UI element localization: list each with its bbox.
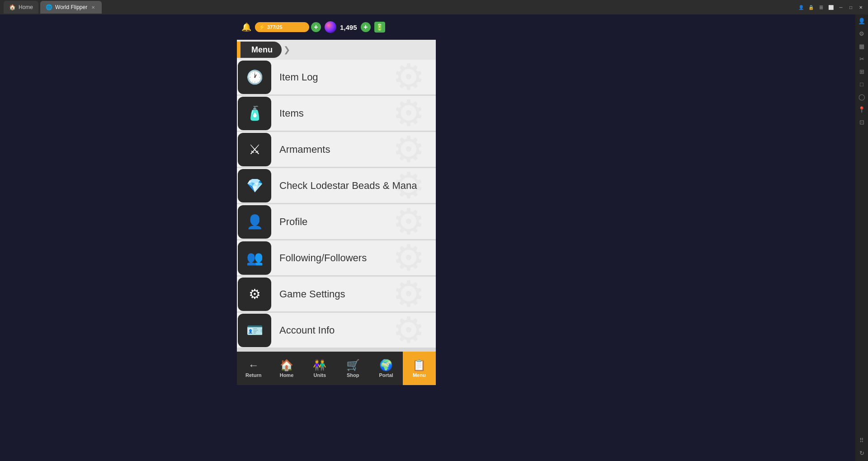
bg-left (0, 14, 237, 461)
expand-icon[interactable]: ⬜ (827, 4, 835, 11)
account-icon[interactable]: 🔒 (807, 4, 815, 11)
tab-home[interactable]: 🏠 Home (4, 1, 38, 14)
world-flipper-tab-label: World Flipper (55, 4, 87, 10)
menu-nav-label: Menu (413, 372, 426, 378)
bg-right (436, 14, 855, 461)
lodestar-icon-wrap: 💎 (238, 169, 271, 202)
menu-item-profile[interactable]: ⚙ 👤 Profile (237, 204, 436, 239)
sidebar-dots-icon[interactable]: ⠿ (857, 436, 866, 445)
menu-nav-icon: 📋 (412, 359, 426, 372)
bg-pattern-items: ⚙ (391, 96, 427, 131)
lodestar-gem-icon: 💎 (246, 178, 263, 193)
stamina-container: ⚡ 377/25 + (255, 22, 321, 32)
tab-world-flipper[interactable]: 🌐 World Flipper ✕ (40, 1, 102, 14)
sidebar-cut-icon[interactable]: ✂ (857, 54, 866, 63)
stamina-bar: ⚡ 377/25 (255, 22, 309, 32)
account-info-icon-wrap: 🪪 (238, 314, 271, 347)
currency-value: 1,495 (340, 24, 357, 31)
tab-bar: 🏠 Home 🌐 World Flipper ✕ (4, 1, 796, 14)
game-container: 🔔 ⚡ 377/25 + 1,495 + 🔋 Menu ❯ ⚙ 🕐 (237, 14, 436, 385)
bg-pattern-account: ⚙ (391, 313, 427, 348)
battery-icon: 🔋 (374, 22, 385, 33)
menu-title: Menu (246, 45, 273, 55)
user-icon[interactable]: 👤 (797, 4, 805, 11)
right-sidebar: 🎮 👤 ⚙ ▦ ✂ ⊞ □ ◯ 📍 ⊡ ⠿ ↻ (855, 0, 868, 461)
bg-pattern-following: ⚙ (391, 240, 427, 275)
menu-item-armaments[interactable]: ⚙ ⚔ Armaments (237, 132, 436, 167)
menu-arrow-icon: ❯ (283, 45, 290, 55)
bg-pattern-armaments: ⚙ (391, 132, 427, 167)
nav-menu[interactable]: 📋 Menu (403, 352, 436, 385)
home-tab-label: Home (19, 4, 33, 10)
units-icon: 👫 (313, 359, 326, 372)
profile-icon-wrap: 👤 (238, 205, 271, 239)
game-settings-gear-icon: ⚙ (249, 286, 261, 302)
game-settings-icon-wrap: ⚙ (238, 278, 271, 311)
items-bag-icon: 🧴 (246, 105, 263, 121)
currency-display: 1,495 (340, 24, 357, 31)
minimize-button[interactable]: ─ (837, 4, 844, 11)
menu-item-game-settings[interactable]: ⚙ ⚙ Game Settings (237, 277, 436, 311)
account-info-card-icon: 🪪 (246, 322, 263, 338)
bg-pattern-settings: ⚙ (391, 277, 427, 311)
bg-pattern-lodestar: ⚙ (391, 168, 427, 203)
menu-list: ⚙ 🕐 Item Log ⚙ 🧴 Items ⚙ ⚔ Armaments ⚙ (237, 60, 436, 352)
top-bar: 🔔 ⚡ 377/25 + 1,495 + 🔋 (237, 14, 436, 40)
sidebar-settings-icon[interactable]: ⚙ (857, 29, 866, 38)
sidebar-refresh-icon[interactable]: ↻ (857, 448, 866, 457)
sidebar-location-icon[interactable]: 📍 (857, 105, 866, 114)
menu-item-items[interactable]: ⚙ 🧴 Items (237, 96, 436, 131)
return-label: Return (245, 372, 261, 378)
nav-home[interactable]: 🏠 Home (270, 352, 303, 385)
units-label: Units (314, 372, 326, 378)
window-controls: 👤 🔒 ☰ ⬜ ─ □ ✕ (797, 4, 864, 11)
item-log-clock-icon: 🕐 (246, 69, 263, 85)
bottom-nav: ← Return 🏠 Home 👫 Units 🛒 Shop 🌍 Portal … (237, 352, 436, 385)
currency-plus-button[interactable]: + (361, 22, 371, 32)
profile-user-icon: 👤 (246, 214, 263, 230)
return-icon: ← (248, 359, 259, 372)
restore-button[interactable]: □ (847, 4, 854, 11)
sidebar-grid-icon[interactable]: ⊞ (857, 67, 866, 76)
nav-return[interactable]: ← Return (237, 352, 270, 385)
stamina-plus-button[interactable]: + (311, 22, 321, 32)
nav-shop[interactable]: 🛒 Shop (336, 352, 369, 385)
sidebar-frame-icon[interactable]: ⊡ (857, 118, 866, 127)
armaments-sword-icon: ⚔ (249, 141, 261, 157)
menu-title-bar: Menu ❯ (237, 40, 436, 60)
menu-item-lodestar[interactable]: ⚙ 💎 Check Lodestar Beads & Mana (237, 168, 436, 203)
shop-icon: 🛒 (346, 359, 360, 372)
item-log-icon-wrap: 🕐 (238, 61, 271, 94)
menu-item-following[interactable]: ⚙ 👥 Following/Followers (237, 240, 436, 275)
sidebar-layout-icon[interactable]: ▦ (857, 42, 866, 51)
tab-close-button[interactable]: ✕ (90, 4, 96, 10)
stamina-icon: ⚡ (259, 24, 265, 30)
following-users-icon: 👥 (246, 250, 263, 266)
nav-units[interactable]: 👫 Units (303, 352, 336, 385)
portal-icon: 🌍 (379, 359, 393, 372)
menu-icon[interactable]: ☰ (817, 4, 825, 11)
world-flipper-tab-icon: 🌐 (46, 4, 52, 10)
bg-pattern-item-log: ⚙ (391, 60, 427, 94)
following-icon-wrap: 👥 (238, 241, 271, 275)
home-nav-label: Home (280, 372, 294, 378)
items-icon-wrap: 🧴 (238, 97, 271, 130)
bg-pattern-profile: ⚙ (391, 204, 427, 239)
sidebar-square-icon[interactable]: □ (857, 80, 866, 89)
browser-chrome: 🏠 Home 🌐 World Flipper ✕ 👤 🔒 ☰ ⬜ ─ □ ✕ (0, 0, 868, 14)
stamina-text: 377/25 (267, 24, 283, 30)
armaments-icon-wrap: ⚔ (238, 133, 271, 166)
close-button[interactable]: ✕ (857, 4, 864, 11)
menu-item-account-info[interactable]: ⚙ 🪪 Account Info (237, 313, 436, 348)
sidebar-user-icon[interactable]: 👤 (857, 16, 866, 25)
home-nav-icon: 🏠 (280, 359, 293, 372)
bell-icon[interactable]: 🔔 (241, 22, 251, 32)
menu-title-bg: Menu (237, 42, 282, 58)
sidebar-circle-icon[interactable]: ◯ (857, 92, 866, 101)
shop-label: Shop (347, 372, 359, 378)
home-tab-icon: 🏠 (9, 4, 16, 10)
portal-label: Portal (379, 372, 393, 378)
nav-portal[interactable]: 🌍 Portal (369, 352, 402, 385)
menu-item-item-log[interactable]: ⚙ 🕐 Item Log (237, 60, 436, 94)
orb-icon[interactable] (325, 21, 336, 33)
